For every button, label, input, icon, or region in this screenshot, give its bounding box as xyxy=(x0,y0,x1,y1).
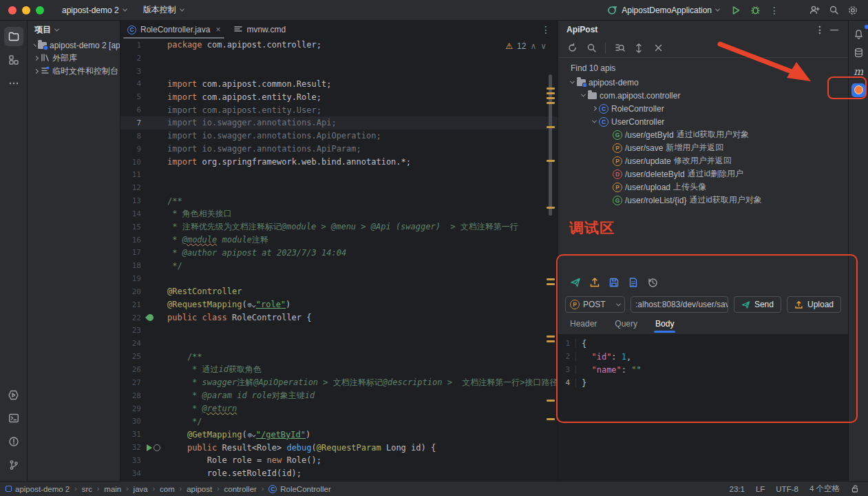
project-tree-item[interactable]: 外部库 xyxy=(28,52,120,65)
code-line[interactable]: 2 xyxy=(120,52,558,65)
code-line[interactable]: 9import io.swagger.annotations.ApiParam; xyxy=(120,143,558,156)
send-plane-icon[interactable] xyxy=(570,277,581,288)
code-line[interactable]: 28 * @param id role对象主键id xyxy=(120,389,558,402)
structure-tool-button[interactable] xyxy=(4,50,23,70)
history-icon[interactable] xyxy=(647,277,658,288)
api-tree-item[interactable]: D/user/deleteById通过id删除用户 xyxy=(558,167,848,180)
apipost-tool-button[interactable] xyxy=(849,81,867,99)
minimize-window-button[interactable] xyxy=(22,6,30,14)
window-controls[interactable] xyxy=(0,6,54,14)
caret-position[interactable]: 23:1 xyxy=(730,485,745,493)
upload-icon[interactable] xyxy=(589,277,600,288)
request-tab-query[interactable]: Query xyxy=(615,313,637,334)
code-line[interactable]: 12 xyxy=(120,181,558,194)
body-editor[interactable]: 1{2 "id": 1,3 "name": ""4} xyxy=(558,334,848,481)
code-line[interactable]: 18 */ xyxy=(120,259,558,272)
code-line[interactable]: 33 Role role = new Role(); xyxy=(120,454,558,467)
run-configuration-selector[interactable]: ApipostDemoApplication xyxy=(607,5,719,15)
project-tree-item[interactable]: apipost-demo 2 [ap xyxy=(28,39,120,52)
run-method-icon[interactable] xyxy=(147,444,152,451)
settings-button[interactable] xyxy=(845,2,861,19)
project-selector[interactable]: apipost-demo 2 xyxy=(54,0,135,20)
database-tool-button[interactable] xyxy=(849,44,867,62)
code-line[interactable]: 21@RequestMapping(⊕"role") xyxy=(120,298,558,311)
indent-setting[interactable]: 4 个空格 xyxy=(809,484,840,494)
vcs-menu[interactable]: 版本控制 xyxy=(135,0,192,20)
code-line[interactable]: 4import com.apipost.common.Result; xyxy=(120,78,558,91)
panel-options-button[interactable]: ⋮ xyxy=(814,24,826,35)
chevron-right-icon[interactable] xyxy=(33,43,36,46)
expand-all-button[interactable] xyxy=(631,40,647,56)
maximize-window-button[interactable] xyxy=(36,6,44,14)
line-ending[interactable]: LF xyxy=(756,485,765,493)
code-line[interactable]: 17 * @author apipost at 2023/7/3 14:04 xyxy=(120,247,558,260)
breadcrumb-item[interactable]: apipost-demo 2 xyxy=(6,485,70,493)
search-everywhere-button[interactable] xyxy=(825,2,842,19)
code-with-me-button[interactable] xyxy=(806,2,823,19)
refresh-button[interactable] xyxy=(564,40,580,56)
next-warning-icon[interactable]: ∨ xyxy=(540,41,547,51)
inspections-widget[interactable]: ⚠ 12 ∧ ∨ xyxy=(505,41,547,51)
code-editor[interactable]: 1package com.apipost.controller;234impor… xyxy=(120,39,558,481)
file-encoding[interactable]: UTF-8 xyxy=(776,485,798,493)
breadcrumb-item[interactable]: CRoleController xyxy=(268,485,331,493)
api-tree-item[interactable]: G/user/roleList/{id}通过id获取用户对象 xyxy=(558,194,848,207)
body-line[interactable]: 4} xyxy=(558,376,848,389)
project-panel-header[interactable]: 项目 xyxy=(28,21,120,39)
collapse-all-button[interactable] xyxy=(650,40,666,56)
prev-warning-icon[interactable]: ∧ xyxy=(530,41,536,51)
breadcrumb-item[interactable]: controller xyxy=(224,485,257,493)
notifications-button[interactable] xyxy=(849,25,867,43)
close-tab-icon[interactable]: × xyxy=(215,25,220,34)
code-line[interactable]: 20@RestController xyxy=(120,285,558,298)
code-line[interactable]: 6import com.apipost.entity.User; xyxy=(120,103,558,116)
url-input[interactable]: :alhost:8083/dev/user/save xyxy=(631,296,728,313)
code-line[interactable]: 25 /** xyxy=(120,350,558,363)
more-actions-button[interactable]: ⋮ xyxy=(766,2,783,19)
api-tree-item[interactable]: P/user/upload上传头像 xyxy=(558,180,848,194)
chevron-right-icon[interactable] xyxy=(34,56,39,61)
request-tab-header[interactable]: Header xyxy=(570,313,597,334)
code-line[interactable]: 5import com.apipost.entity.Role; xyxy=(120,90,558,103)
url-inlay-globe-icon[interactable]: ⊕ xyxy=(248,300,255,309)
code-line[interactable]: 22public class RoleController { xyxy=(120,311,558,324)
code-line[interactable]: 11 xyxy=(120,168,558,181)
breadcrumb-item[interactable]: java xyxy=(134,485,148,493)
code-line[interactable]: 24 xyxy=(120,337,558,350)
api-tree-item[interactable]: P/user/save新增用户并返回 xyxy=(558,141,848,154)
project-tree-item[interactable]: 临时文件和控制台 xyxy=(28,65,120,78)
api-debug-icon[interactable] xyxy=(154,444,160,451)
git-tool-button[interactable] xyxy=(4,455,23,475)
tab-bar-options-button[interactable]: ⋮ xyxy=(540,21,558,39)
breadcrumb-item[interactable]: com xyxy=(160,485,175,493)
request-tab-body[interactable]: Body xyxy=(655,313,674,334)
code-line[interactable]: 26 * 通过id获取角色 xyxy=(120,363,558,376)
url-inlay-globe-icon[interactable]: ⊕ xyxy=(248,431,255,440)
upload-button[interactable]: Upload xyxy=(787,296,841,313)
code-line[interactable]: 14 * 角色相关接口 xyxy=(120,207,558,220)
chevron-down-icon[interactable] xyxy=(570,79,575,84)
editor-tab-rolecontroller-java[interactable]: CRoleController.java× xyxy=(120,21,227,39)
code-line[interactable]: 13/** xyxy=(120,194,558,207)
hide-panel-button[interactable]: — xyxy=(826,25,843,34)
code-line[interactable]: 15 * 注释优先级为文档注释标记@module > @menu > @Api … xyxy=(120,220,558,234)
body-line[interactable]: 1{ xyxy=(558,337,848,350)
close-window-button[interactable] xyxy=(8,6,17,14)
problems-tool-button[interactable] xyxy=(4,432,23,451)
code-line[interactable]: 1package com.apipost.controller; xyxy=(120,39,558,52)
code-line[interactable]: 16 * @module module注释 xyxy=(120,234,558,247)
code-line[interactable]: 32 public Result<Role> debug(@RequestPar… xyxy=(120,441,558,454)
send-button[interactable]: Send xyxy=(734,296,781,313)
code-line[interactable]: 19 xyxy=(120,272,558,285)
chevron-right-icon[interactable] xyxy=(34,69,39,74)
body-line[interactable]: 2 "id": 1, xyxy=(558,350,848,363)
code-line[interactable]: 7import io.swagger.annotations.Api; xyxy=(120,116,558,130)
code-line[interactable]: 29 * @return xyxy=(120,402,558,415)
more-tool-windows-button[interactable] xyxy=(4,74,23,93)
editor-tab-mvnw-cmd[interactable]: mvnw.cmd xyxy=(227,21,293,39)
chevron-right-icon[interactable] xyxy=(592,106,597,111)
maven-tool-button[interactable]: m xyxy=(849,63,867,81)
code-line[interactable]: 30 */ xyxy=(120,415,558,428)
code-line[interactable]: 10import org.springframework.web.bind.an… xyxy=(120,156,558,169)
code-line[interactable]: 31 @GetMapping(⊕"/getById") xyxy=(120,428,558,441)
